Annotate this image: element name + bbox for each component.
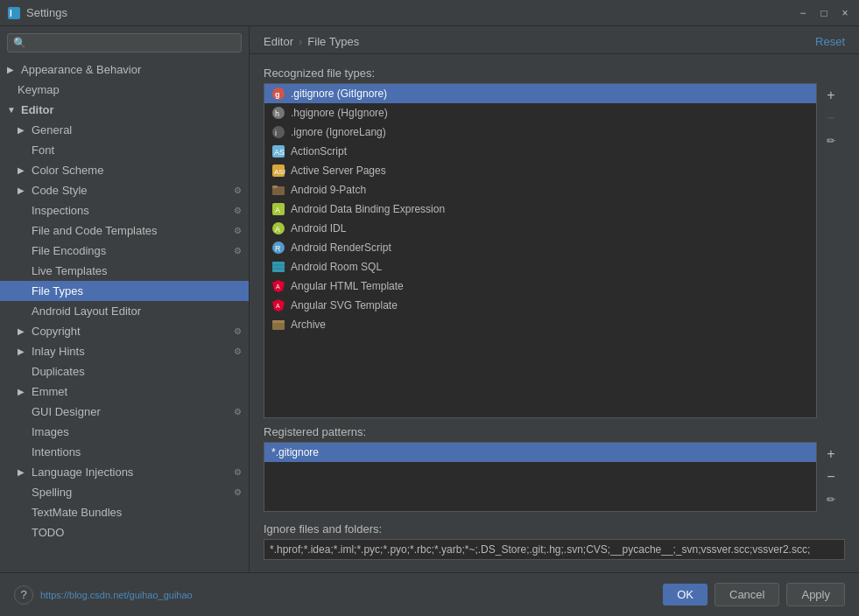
sidebar-item-font[interactable]: Font xyxy=(0,140,249,160)
sidebar-item-code-style[interactable]: ▶ Code Style ⚙ xyxy=(0,180,249,200)
file-type-label: .ignore (IgnoreLang) xyxy=(291,126,386,138)
remove-file-type-button[interactable]: − xyxy=(820,108,841,129)
content-body: Recognized file types: g .gitignore (Git… xyxy=(250,54,859,572)
sidebar-item-file-types[interactable]: File Types xyxy=(0,281,249,301)
help-button[interactable]: ? xyxy=(14,585,33,605)
sidebar-item-label: Images xyxy=(32,425,69,438)
sidebar-item-file-code-templates[interactable]: File and Code Templates ⚙ xyxy=(0,220,249,241)
add-file-type-button[interactable]: + xyxy=(820,85,841,106)
sidebar-item-spelling[interactable]: Spelling ⚙ xyxy=(0,482,249,502)
sidebar-item-color-scheme[interactable]: ▶ Color Scheme xyxy=(0,160,249,180)
search-input[interactable] xyxy=(30,37,236,49)
android-databinding-icon: A xyxy=(271,202,285,216)
sidebar-item-label: Android Layout Editor xyxy=(32,304,141,318)
file-type-item[interactable]: AS ActionScript xyxy=(264,142,816,161)
sidebar-item-label: Appearance & Behavior xyxy=(21,63,141,76)
apply-button[interactable]: Apply xyxy=(786,583,845,606)
file-type-item[interactable]: h .hgignore (HgIgnore) xyxy=(264,103,816,122)
edit-file-type-button[interactable]: ✏ xyxy=(820,130,841,151)
sidebar-item-file-encodings[interactable]: File Encodings ⚙ xyxy=(0,241,249,261)
sidebar-item-label: Inlay Hints xyxy=(32,345,85,358)
sidebar-item-label: Inspections xyxy=(32,204,89,217)
sidebar-item-label: File Types xyxy=(32,284,83,298)
breadcrumb: Editor › File Types xyxy=(264,35,359,48)
sidebar-item-label: TODO xyxy=(32,526,64,539)
file-type-item[interactable]: i .ignore (IgnoreLang) xyxy=(264,122,816,142)
file-type-item[interactable]: R Android RenderScript xyxy=(264,238,816,257)
sidebar-item-label: File Encodings xyxy=(32,244,106,257)
file-type-item[interactable]: A Angular SVG Template xyxy=(264,296,816,315)
sidebar-item-emmet[interactable]: ▶ Emmet xyxy=(0,382,249,402)
file-type-item[interactable]: Android Room SQL xyxy=(264,257,816,276)
svg-text:A: A xyxy=(276,303,280,309)
arrow-icon: ▶ xyxy=(18,326,28,336)
sidebar-item-inspections[interactable]: Inspections ⚙ xyxy=(0,200,249,220)
file-type-label: Android Data Binding Expression xyxy=(291,203,445,215)
sidebar-item-keymap[interactable]: Keymap xyxy=(0,80,249,100)
file-types-list[interactable]: g .gitignore (GitIgnore) h xyxy=(264,83,817,418)
add-pattern-button[interactable]: + xyxy=(820,444,841,465)
bottom-left: ? https://blog.csdn.net/guihao_guihao xyxy=(14,585,193,605)
patterns-container: *.gitignore + − ✏ xyxy=(264,442,845,512)
sidebar-item-intentions[interactable]: Intentions xyxy=(0,442,249,462)
file-type-item[interactable]: ASP Active Server Pages xyxy=(264,161,816,180)
config-icon: ⚙ xyxy=(234,467,242,477)
file-type-item[interactable]: A Android IDL xyxy=(264,219,816,238)
maximize-button[interactable]: □ xyxy=(817,6,831,20)
sidebar-item-inlay-hints[interactable]: ▶ Inlay Hints ⚙ xyxy=(0,341,249,361)
file-type-label: .hgignore (HgIgnore) xyxy=(291,107,388,119)
patterns-actions: + − ✏ xyxy=(817,442,845,512)
config-icon: ⚙ xyxy=(234,206,242,215)
sidebar-item-textmate[interactable]: TextMate Bundles xyxy=(0,502,249,522)
sidebar: 🔍 ▶ Appearance & Behavior Keymap ▼ Edito… xyxy=(0,26,250,572)
sidebar-item-gui-designer[interactable]: GUI Designer ⚙ xyxy=(0,402,249,422)
file-type-item[interactable]: Android 9-Patch xyxy=(264,180,816,200)
reset-button[interactable]: Reset xyxy=(815,35,845,48)
hg-icon: h xyxy=(271,106,285,120)
ok-button[interactable]: OK xyxy=(663,584,708,606)
sidebar-item-live-templates[interactable]: Live Templates xyxy=(0,261,249,281)
sidebar-item-images[interactable]: Images xyxy=(0,422,249,442)
file-type-item[interactable]: A Android Data Binding Expression xyxy=(264,200,816,219)
pattern-item[interactable]: *.gitignore xyxy=(264,443,816,462)
asp-icon: ASP xyxy=(271,164,285,178)
sidebar-item-android-layout[interactable]: Android Layout Editor xyxy=(0,301,249,321)
sidebar-item-copyright[interactable]: ▶ Copyright ⚙ xyxy=(0,321,249,341)
file-type-item[interactable]: A Angular HTML Template xyxy=(264,276,816,296)
patterns-list[interactable]: *.gitignore xyxy=(264,442,817,512)
file-type-label: ActionScript xyxy=(291,145,347,158)
ignore-input[interactable] xyxy=(264,539,845,560)
search-box[interactable]: 🔍 xyxy=(7,33,242,52)
app-icon: I xyxy=(7,6,21,20)
patterns-section: Registered patterns: *.gitignore + − ✏ xyxy=(250,418,859,515)
sidebar-item-todo[interactable]: TODO xyxy=(0,522,249,542)
sidebar-item-general[interactable]: ▶ General xyxy=(0,120,249,140)
svg-text:A: A xyxy=(275,206,280,214)
sidebar-item-appearance[interactable]: ▶ Appearance & Behavior xyxy=(0,60,249,80)
remove-pattern-button[interactable]: − xyxy=(820,466,841,487)
svg-text:R: R xyxy=(275,244,281,253)
arrow-icon: ▶ xyxy=(18,346,28,356)
arrow-icon: ▶ xyxy=(7,65,18,74)
svg-text:AS: AS xyxy=(274,148,285,157)
sidebar-item-duplicates[interactable]: Duplicates xyxy=(0,361,249,382)
sidebar-item-editor[interactable]: ▼ Editor xyxy=(0,100,249,120)
file-type-item[interactable]: Archive xyxy=(264,315,816,334)
external-link[interactable]: https://blog.csdn.net/guihao_guihao xyxy=(40,590,193,600)
arrow-icon: ▶ xyxy=(18,467,28,477)
config-icon: ⚙ xyxy=(234,407,242,416)
file-type-item[interactable]: g .gitignore (GitIgnore) xyxy=(264,84,816,103)
minimize-button[interactable]: − xyxy=(796,6,810,20)
svg-text:ASP: ASP xyxy=(274,168,285,176)
window-controls: − □ × xyxy=(796,6,852,20)
file-type-label: .gitignore (GitIgnore) xyxy=(291,88,387,100)
cancel-button[interactable]: Cancel xyxy=(715,583,779,606)
renderscript-icon: R xyxy=(271,241,285,255)
sidebar-item-label: Editor xyxy=(21,103,54,116)
config-icon: ⚙ xyxy=(234,246,242,256)
ignore-section: Ignore files and folders: xyxy=(250,515,859,564)
sidebar-item-language-injections[interactable]: ▶ Language Injections ⚙ xyxy=(0,462,249,482)
svg-text:i: i xyxy=(275,129,277,137)
edit-pattern-button[interactable]: ✏ xyxy=(820,489,841,510)
close-button[interactable]: × xyxy=(838,6,852,20)
